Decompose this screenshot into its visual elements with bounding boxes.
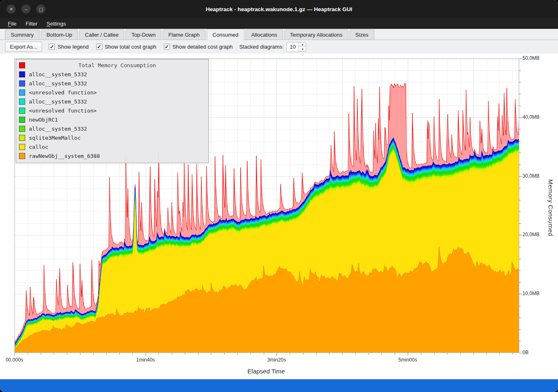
tab-consumed[interactable]: Consumed (207, 29, 244, 40)
close-icon[interactable]: ✕ (7, 5, 16, 14)
tab-caller-callee[interactable]: Caller / Callee (79, 30, 125, 40)
legend-label: alloc__system_5332 (29, 126, 87, 132)
chart-area: Total Memory Consumptionalloc__system_53… (0, 54, 558, 379)
window-buttons: ✕ – ▢ (7, 5, 45, 14)
legend-item: rawNewObj__system_6388 (19, 151, 206, 160)
maximize-icon[interactable]: ▢ (36, 5, 45, 14)
legend-item: <unresolved function> (19, 88, 206, 97)
stacked-diagrams-group: Stacked diagrams: 10 ▲ ▼ (239, 42, 307, 52)
tab-flame-graph[interactable]: Flame Graph (163, 30, 206, 40)
legend-swatch (19, 144, 25, 150)
titlebar[interactable]: ✕ – ▢ Heaptrack - heaptrack.wakunode.1.g… (0, 0, 558, 18)
checkbox-icon: ✓ (49, 44, 55, 50)
window-title: Heaptrack - heaptrack.wakunode.1.gz — He… (0, 6, 558, 12)
legend-label: sqlite3MemMalloc (29, 135, 80, 141)
menu-filter[interactable]: Filter (22, 19, 41, 28)
legend-item: alloc__system_5332 (19, 97, 206, 106)
stacked-diagrams-label: Stacked diagrams: (239, 44, 284, 50)
legend-label: <unresolved function> (29, 89, 97, 96)
legend-swatch (19, 117, 25, 123)
tab-sizes[interactable]: Sizes (350, 30, 374, 40)
legend-label: rawNewObj__system_6388 (29, 153, 100, 159)
legend-item: sqlite3MemMalloc (19, 133, 206, 142)
menu-file[interactable]: File (4, 19, 20, 28)
legend-swatch (19, 89, 25, 96)
legend-label: <unresolved function> (29, 108, 97, 114)
legend-item: alloc__system_5332 (19, 124, 206, 133)
legend-label: alloc__system_5332 (29, 71, 87, 77)
spinbox-up-icon[interactable]: ▲ (299, 42, 306, 47)
checkbox-show-detailed-cost-graph[interactable]: ✓Show detailed cost graph (164, 44, 233, 50)
checkbox-show-total-cost-graph[interactable]: ✓Show total cost graph (96, 44, 156, 50)
spinbox-down-icon[interactable]: ▼ (299, 47, 306, 52)
export-as-button[interactable]: Export As... (5, 42, 42, 52)
tab-bottom-up[interactable]: Bottom-Up (41, 30, 78, 40)
heaptrack-window: ✕ – ▢ Heaptrack - heaptrack.wakunode.1.g… (0, 0, 558, 392)
legend-item: alloc__system_5332 (19, 79, 206, 88)
checkbox-show-legend[interactable]: ✓Show legend (49, 44, 88, 50)
legend-swatch (19, 108, 25, 114)
legend-label: newObjRC1 (29, 117, 58, 123)
stacked-diagrams-value[interactable]: 10 (287, 42, 298, 52)
legend-swatch (19, 126, 25, 132)
tab-top-down[interactable]: Top-Down (125, 30, 161, 40)
checkbox-label: Show detailed cost graph (173, 44, 233, 50)
tab-temporary-allocations[interactable]: Temporary Allocations (284, 30, 348, 40)
chart-legend: Total Memory Consumptionalloc__system_53… (16, 59, 209, 163)
menu-settings[interactable]: Settings (43, 19, 70, 28)
checkbox-icon: ✓ (164, 44, 170, 50)
checkbox-icon: ✓ (96, 44, 102, 50)
legend-swatch (19, 80, 25, 87)
legend-item: calloc (19, 142, 206, 151)
legend-swatch (19, 135, 25, 141)
legend-item: <unresolved function> (19, 106, 206, 115)
checkbox-label: Show legend (57, 44, 88, 50)
legend-swatch (19, 62, 25, 68)
legend-item: newObjRC1 (19, 115, 206, 124)
spinbox-arrows: ▲ ▼ (298, 42, 306, 52)
legend-label: alloc__system_5332 (29, 80, 87, 87)
checkbox-label: Show total cost graph (105, 44, 156, 50)
minimize-icon[interactable]: – (21, 5, 31, 14)
legend-item: alloc__system_5332 (19, 70, 206, 79)
legend-swatch (19, 153, 25, 159)
toolbar: Export As... ✓Show legend✓Show total cos… (0, 40, 558, 54)
tab-allocations[interactable]: Allocations (246, 30, 283, 40)
legend-swatch (19, 99, 25, 105)
checkbox-group: ✓Show legend✓Show total cost graph✓Show … (49, 44, 232, 50)
legend-swatch (19, 71, 25, 77)
menubar: FileFilterSettings (0, 18, 558, 29)
legend-label: calloc (29, 144, 48, 150)
tab-bar: SummaryBottom-UpCaller / CalleeTop-DownF… (0, 29, 558, 40)
legend-label: alloc__system_5332 (29, 99, 87, 105)
legend-title-row: Total Memory Consumption (19, 61, 206, 70)
legend-title: Total Memory Consumption (29, 62, 206, 68)
stacked-diagrams-spinbox[interactable]: 10 ▲ ▼ (286, 42, 306, 52)
tab-summary[interactable]: Summary (5, 30, 40, 40)
bottom-accent-bar (0, 379, 558, 392)
